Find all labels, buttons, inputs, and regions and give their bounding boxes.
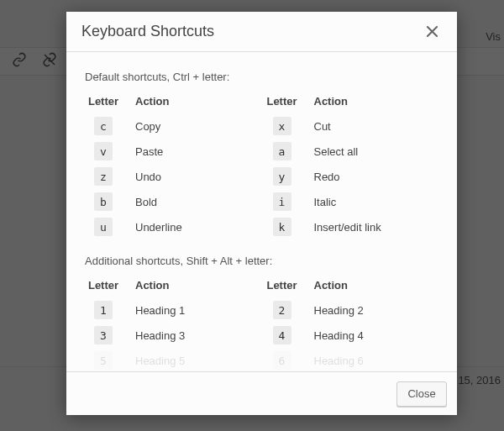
shortcut-key: z: [94, 167, 113, 186]
keyboard-shortcuts-dialog: Keyboard Shortcuts Default shortcuts, Ct…: [66, 12, 457, 415]
shortcut-row: 1Heading 1: [85, 297, 260, 323]
shortcut-key: 2: [273, 301, 291, 319]
shortcut-row: 2Heading 2: [264, 297, 439, 323]
close-button[interactable]: Close: [396, 381, 447, 407]
shortcut-action: Heading 1: [127, 304, 260, 317]
close-icon[interactable]: [420, 20, 444, 44]
shortcut-action: Heading 3: [127, 329, 260, 342]
shortcut-row: 4Heading 4: [264, 323, 439, 348]
column-header-letter: Letter: [264, 95, 306, 108]
dialog-footer: Close: [66, 371, 457, 415]
shortcut-row: iItalic: [264, 189, 439, 214]
shortcut-key: v: [94, 142, 113, 160]
shortcut-key: y: [273, 167, 291, 186]
shortcut-key: 1: [94, 301, 113, 319]
shortcut-action: Heading 4: [306, 329, 439, 342]
additional-shortcuts-table: Letter Action 1Heading 1 3Heading 3 5Hea…: [85, 272, 438, 371]
shortcut-key: 3: [94, 326, 113, 344]
shortcut-row: aSelect all: [264, 139, 439, 164]
shortcut-action: Redo: [306, 171, 439, 183]
shortcut-key: 6: [273, 351, 291, 370]
shortcut-action: Cut: [306, 120, 439, 133]
shortcut-action: Heading 6: [306, 355, 439, 367]
shortcut-key: 5: [94, 351, 113, 370]
column-header-letter: Letter: [85, 279, 127, 292]
shortcut-row: 3Heading 3: [85, 323, 260, 348]
shortcut-key: x: [273, 117, 291, 135]
column-header-letter: Letter: [85, 95, 127, 108]
shortcut-action: Heading 2: [306, 304, 439, 317]
shortcut-row: kInsert/edit link: [264, 214, 439, 239]
shortcut-row: cCopy: [85, 113, 260, 139]
shortcut-action: Underline: [127, 221, 260, 234]
shortcut-key: u: [94, 218, 113, 236]
default-shortcuts-intro: Default shortcuts, Ctrl + letter:: [85, 71, 438, 83]
shortcut-action: Paste: [127, 145, 260, 158]
shortcut-row: vPaste: [85, 139, 260, 164]
editor-background: Vis per 15, 2016 Keyboard Shortcuts Defa…: [0, 0, 504, 431]
shortcut-key: c: [94, 117, 113, 135]
shortcut-action: Insert/edit link: [306, 221, 439, 234]
column-header-action: Action: [127, 95, 260, 108]
shortcut-key: k: [273, 218, 291, 236]
dialog-title: Keyboard Shortcuts: [81, 23, 420, 40]
default-shortcuts-table: Letter Action cCopy vPaste zUndo bBold u…: [85, 88, 438, 239]
shortcut-row: bBold: [85, 189, 260, 214]
shortcut-action: Select all: [306, 145, 439, 158]
shortcut-action: Heading 5: [127, 355, 260, 367]
shortcut-key: b: [94, 192, 113, 211]
column-header-letter: Letter: [264, 279, 306, 292]
shortcut-row: yRedo: [264, 164, 439, 189]
dialog-body: Default shortcuts, Ctrl + letter: Letter…: [66, 52, 457, 371]
column-header-action: Action: [127, 279, 260, 292]
shortcut-key: 4: [273, 326, 291, 344]
shortcut-key: a: [273, 142, 291, 160]
shortcut-action: Copy: [127, 120, 260, 133]
shortcut-row: 5Heading 5: [85, 348, 260, 371]
shortcut-row: uUnderline: [85, 214, 260, 239]
shortcut-action: Italic: [306, 196, 439, 208]
column-header-action: Action: [306, 95, 439, 108]
shortcut-key: i: [273, 192, 291, 211]
dialog-header: Keyboard Shortcuts: [66, 12, 457, 52]
additional-shortcuts-intro: Additional shortcuts, Shift + Alt + lett…: [85, 255, 438, 267]
shortcut-action: Undo: [127, 171, 260, 183]
column-header-action: Action: [306, 279, 439, 292]
shortcut-row: xCut: [264, 113, 439, 139]
shortcut-row: zUndo: [85, 164, 260, 189]
shortcut-action: Bold: [127, 196, 260, 208]
shortcut-row: 6Heading 6: [264, 348, 439, 371]
